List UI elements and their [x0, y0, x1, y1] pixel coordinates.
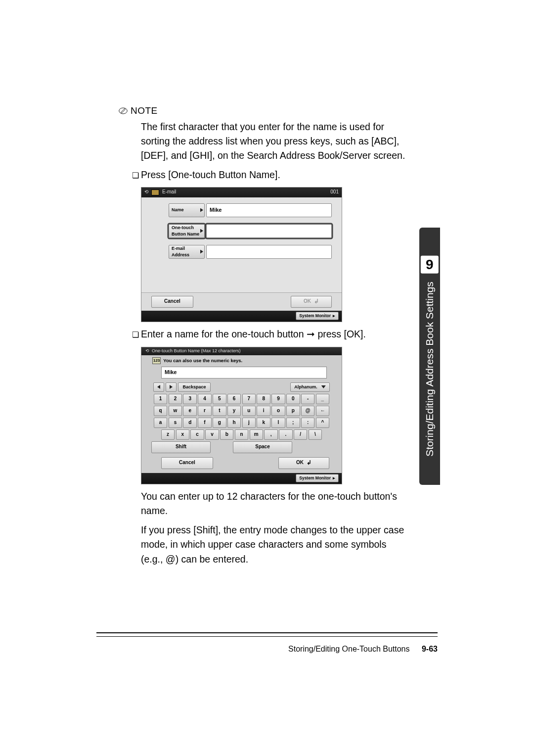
kb-key[interactable]: p: [286, 406, 300, 416]
step-marker: ❏: [132, 170, 139, 181]
onetouch-value: [206, 224, 332, 238]
kb-key[interactable]: c: [190, 429, 204, 440]
kb-key[interactable]: f: [198, 418, 212, 428]
kb-key[interactable]: q: [154, 406, 168, 416]
kb-key[interactable]: l: [271, 418, 285, 428]
note-label: NOTE: [131, 104, 158, 118]
note-body: The first character that you enter for t…: [141, 120, 405, 163]
cursor-left-button[interactable]: [153, 382, 164, 392]
numeric-icon: 123: [152, 357, 161, 364]
kb-key[interactable]: 3: [183, 394, 197, 404]
title-type: E-mail: [162, 189, 176, 196]
kb-key[interactable]: u: [242, 406, 256, 416]
kb-key[interactable]: o: [271, 406, 285, 416]
kb-key[interactable]: d: [183, 418, 197, 428]
kb-row-4: zxcvbnm,./\: [151, 429, 332, 440]
kb-ok-button[interactable]: OK↲: [278, 457, 329, 469]
email-settings-screenshot: ⟲ E-mail 001 Name Mike One-touch Button …: [141, 187, 342, 322]
back-icon: ⟲: [145, 348, 149, 354]
kb-key[interactable]: z: [161, 429, 175, 440]
kb-row-1: 1234567890-_: [151, 394, 332, 404]
tab-label: Storing/Editing Address Book Settings: [422, 282, 437, 457]
kb-key[interactable]: i: [257, 406, 270, 416]
system-monitor-button[interactable]: System Monitor▸: [296, 474, 339, 482]
kb-key[interactable]: b: [220, 429, 234, 440]
kb-key[interactable]: 6: [227, 394, 241, 404]
email-icon: [151, 189, 159, 195]
kb-key[interactable]: v: [205, 429, 219, 440]
name-button[interactable]: Name: [169, 203, 205, 217]
tab-number: 9: [421, 256, 439, 274]
svg-point-0: [119, 108, 128, 114]
kb-title-text: One-touch Button Name (Max 12 characters…: [152, 348, 241, 354]
kb-key[interactable]: j: [242, 418, 256, 428]
kb-key[interactable]: 1: [154, 394, 168, 404]
kb-key[interactable]: 0: [286, 394, 300, 404]
cursor-right-button[interactable]: [166, 382, 177, 392]
footer-page: 9-63: [422, 645, 438, 653]
kb-key[interactable]: /: [294, 429, 308, 440]
kb-input-display: Mike: [161, 367, 327, 378]
kb-key[interactable]: -: [301, 394, 315, 404]
kb-hint-text: You can also use the numeric keys.: [163, 357, 242, 364]
kb-key[interactable]: 5: [213, 394, 226, 404]
footer: Storing/Editing One-Touch Buttons 9-63: [288, 643, 438, 655]
kb-key[interactable]: s: [169, 418, 182, 428]
kb-key[interactable]: ;: [286, 418, 300, 428]
kb-key[interactable]: 4: [198, 394, 212, 404]
kb-key[interactable]: h: [227, 418, 241, 428]
pencil-icon: [119, 106, 128, 115]
step-enter-name: ❏ Enter a name for the one-touch button …: [141, 327, 405, 341]
kb-key[interactable]: 8: [257, 394, 270, 404]
kb-key[interactable]: k: [257, 418, 270, 428]
keyboard-screenshot: ⟲ One-touch Button Name (Max 12 characte…: [141, 347, 342, 484]
kb-key[interactable]: a: [154, 418, 168, 428]
footer-section: Storing/Editing One-Touch Buttons: [288, 645, 409, 653]
kb-key[interactable]: g: [213, 418, 226, 428]
step-press-onetouch: ❏ Press [One-touch Button Name].: [141, 168, 405, 182]
system-monitor-button[interactable]: System Monitor▸: [296, 312, 339, 320]
kb-key[interactable]: w: [169, 406, 182, 416]
kb-key[interactable]: 7: [242, 394, 256, 404]
step-marker: ❏: [132, 329, 139, 340]
kb-key[interactable]: m: [250, 429, 264, 440]
kb-key[interactable]: t: [213, 406, 226, 416]
follow-text-2: If you press [Shift], the entry mode cha…: [141, 523, 405, 567]
footer-rule: [96, 632, 438, 637]
backspace-button[interactable]: Backspace: [178, 382, 211, 392]
kb-key[interactable]: \: [309, 429, 322, 440]
kb-key[interactable]: r: [198, 406, 212, 416]
kb-key[interactable]: 2: [169, 394, 182, 404]
kb-key[interactable]: e: [183, 406, 197, 416]
kb-key[interactable]: 9: [271, 394, 285, 404]
kb-key[interactable]: ,: [264, 429, 278, 440]
cancel-button[interactable]: Cancel: [151, 296, 193, 308]
kb-row-3: asdfghjkl;:^: [151, 418, 332, 428]
kb-key[interactable]: _: [316, 394, 330, 404]
onetouch-button-name-button[interactable]: One-touch Button Name: [169, 224, 205, 238]
email-address-button[interactable]: E-mail Address: [169, 245, 205, 259]
shift-button[interactable]: Shift: [151, 441, 211, 453]
kb-key[interactable]: x: [176, 429, 190, 440]
kb-key[interactable]: ←: [316, 406, 330, 416]
follow-text-1: You can enter up to 12 characters for th…: [141, 489, 405, 519]
kb-key[interactable]: @: [301, 406, 315, 416]
chapter-tab: Storing/Editing Address Book Settings 9: [419, 228, 440, 485]
ok-button[interactable]: OK↲: [291, 296, 332, 308]
title-num: 001: [330, 189, 339, 196]
back-icon: ⟲: [144, 189, 148, 196]
kb-key[interactable]: ^: [316, 418, 330, 428]
kb-key[interactable]: n: [235, 429, 249, 440]
email-value: [206, 245, 332, 259]
name-value: Mike: [206, 203, 332, 217]
kb-cancel-button[interactable]: Cancel: [161, 457, 213, 469]
kb-key[interactable]: y: [227, 406, 241, 416]
mode-button[interactable]: Alphanum.: [290, 382, 330, 392]
kb-key[interactable]: .: [279, 429, 293, 440]
space-button[interactable]: Space: [233, 441, 292, 453]
kb-key[interactable]: :: [301, 418, 315, 428]
kb-row-2: qwertyuiop@←: [151, 406, 332, 416]
